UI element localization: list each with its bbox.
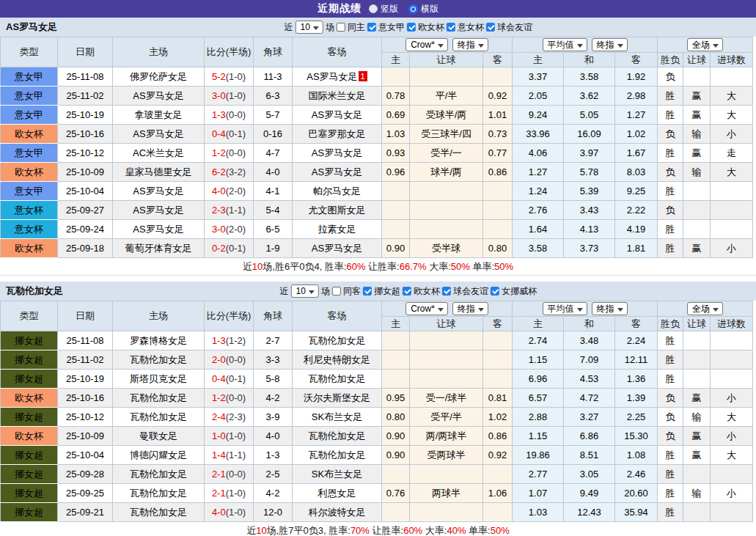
- europe-draw-odds-cell: 5.05: [564, 106, 615, 125]
- handicap-result-cell: [683, 503, 711, 522]
- match-count-select[interactable]: 10: [296, 21, 323, 34]
- asian-away-odds-cell: [483, 370, 513, 389]
- europe-select[interactable]: 平均值: [543, 38, 587, 51]
- result-cell: 负: [658, 389, 683, 408]
- europe-away-odds-cell: 1.92: [615, 67, 658, 87]
- match-date-cell: 25-10-09: [58, 427, 113, 446]
- league-4-checkbox-checked[interactable]: [486, 23, 495, 32]
- same-venue-checkbox[interactable]: [337, 23, 345, 32]
- league-2-checkbox-checked[interactable]: [403, 287, 411, 295]
- europe-index-select[interactable]: 终指: [592, 302, 628, 315]
- column-header: 客场: [293, 301, 382, 331]
- away-team-name: AS罗马女足: [307, 71, 357, 82]
- away-team-cell: 科尔波特女足: [293, 503, 382, 522]
- goals-result-cell: 小: [711, 484, 753, 503]
- score-cell: 1-4(1-1): [205, 446, 254, 465]
- match-row: 意女杯25-09-24AS罗马女足3-0(2-0)6-5拉素女足1.644.13…: [1, 220, 753, 239]
- away-team-name: 巴塞罗那女足: [309, 128, 366, 139]
- company-index-select[interactable]: 终指: [452, 302, 488, 315]
- league-1-checkbox-checked[interactable]: [363, 287, 372, 295]
- league-4-checkbox-checked[interactable]: [491, 287, 499, 295]
- scope-select[interactable]: 全场: [687, 38, 723, 51]
- match-type-cell: 挪女超: [1, 503, 58, 522]
- home-team-cell: AS罗马女足: [113, 87, 205, 106]
- company-select[interactable]: Crow*: [405, 302, 448, 315]
- result-cell: 胜: [658, 446, 683, 465]
- europe-home-odds-cell: 2.76: [513, 201, 564, 220]
- home-team-cell: 斯塔贝克女足: [113, 370, 205, 389]
- league-3-checkbox-checked[interactable]: [447, 23, 455, 32]
- asian-odds-group-header: Crow*终指: [382, 301, 513, 317]
- europe-select-group: 平均值终指: [513, 302, 657, 315]
- asian-away-odds-cell: 0.86: [483, 427, 513, 446]
- column-header: 类型: [1, 37, 58, 67]
- europe-index-select[interactable]: 终指: [592, 38, 628, 51]
- away-team-cell: AS罗马女足1: [293, 67, 382, 87]
- score-fulltime: 1-2: [212, 392, 226, 403]
- layout-radio-group: 竖版横版: [369, 3, 438, 15]
- layout-radio-horizontal[interactable]: 横版: [408, 3, 438, 15]
- match-date-cell: 25-10-19: [58, 370, 113, 389]
- asian-handicap-cell: 受半/一: [410, 144, 483, 163]
- corner-cell: 6-5: [254, 220, 293, 239]
- europe-home-odds-cell: 4.06: [513, 144, 564, 163]
- europe-away-odds-cell: 1.36: [615, 370, 658, 389]
- match-row: 挪女超25-09-21瓦勒伦加女足4-0(1-0)12-0科尔波特女足1.031…: [1, 503, 753, 522]
- away-team-cell: AS罗马女足: [293, 163, 382, 182]
- sub-column-header: 让球: [683, 317, 711, 331]
- europe-away-odds-cell: 2.22: [615, 201, 658, 220]
- score-halftime: (1-2): [226, 335, 246, 346]
- match-type-cell: 挪女超: [1, 446, 58, 465]
- score-cell: 3-0(1-0): [205, 87, 254, 106]
- handicap-result-cell: 输: [683, 408, 711, 427]
- goals-result-cell: 大: [711, 87, 753, 106]
- scope-select[interactable]: 全场: [687, 302, 723, 315]
- asian-home-odds-cell: [382, 331, 410, 350]
- company-select[interactable]: Crow*: [405, 38, 448, 51]
- europe-away-odds-cell: 8.03: [615, 163, 658, 182]
- asian-home-odds-cell: 0.96: [382, 163, 410, 182]
- score-fulltime: 6-2: [212, 166, 226, 177]
- same-venue-checkbox[interactable]: [332, 287, 341, 295]
- score-halftime: (2-3): [226, 411, 246, 422]
- away-team-cell: 利恩女足: [293, 484, 382, 503]
- league-1-checkbox-checked[interactable]: [367, 23, 376, 32]
- column-header: 比分(半场): [205, 301, 254, 331]
- match-date-cell: 25-10-12: [58, 144, 113, 163]
- layout-radio-vertical[interactable]: 竖版: [369, 3, 398, 15]
- corner-cell: 5-4: [254, 201, 293, 220]
- company-index-select[interactable]: 终指: [452, 38, 488, 51]
- result-cell: 胜: [658, 182, 683, 201]
- europe-draw-odds-cell: 3.05: [564, 465, 615, 484]
- handicap-result-cell: [683, 350, 711, 370]
- asian-away-odds-cell: [483, 503, 513, 522]
- handicap-result-cell: [683, 465, 711, 484]
- goals-result-cell: 小: [711, 239, 753, 258]
- scope-group-header: 全场: [658, 301, 753, 317]
- europe-away-odds-cell: 2.25: [615, 408, 658, 427]
- match-type-cell: 意女甲: [1, 144, 58, 163]
- match-row: 意女杯25-09-27AS罗马女足2-3(1-1)5-4尤文图斯女足2.763.…: [1, 201, 753, 220]
- away-team-name: SK布兰女足: [312, 469, 362, 480]
- score-halftime: (2-0): [226, 186, 246, 197]
- match-count-select[interactable]: 10: [291, 284, 319, 298]
- asian-handicap-cell: 球半/两: [410, 163, 483, 182]
- score-halftime: (0-1): [226, 373, 246, 384]
- chevron-down-icon: [617, 308, 623, 315]
- europe-select[interactable]: 平均值: [543, 302, 587, 315]
- league-2-checkbox-checked[interactable]: [407, 23, 416, 32]
- summary-text: 大率:: [427, 261, 451, 272]
- score-fulltime: 1-3: [212, 335, 226, 346]
- goals-result-cell: 大: [711, 446, 753, 465]
- home-team-cell: 皇家马德里女足: [113, 163, 205, 182]
- europe-home-odds-cell: 1.24: [513, 182, 564, 201]
- league-3-checkbox-checked[interactable]: [442, 287, 451, 295]
- asian-home-odds-cell: 0.76: [382, 484, 410, 503]
- europe-away-odds-cell: 1.02: [615, 125, 658, 144]
- match-row: 挪女超25-09-28瓦勒伦加女足2-1(0-0)2-5SK布兰女足2.773.…: [1, 465, 753, 484]
- summary-value: 60%: [346, 261, 365, 272]
- asian-handicap-cell: 受球半/两: [410, 106, 483, 125]
- asian-home-odds-cell: [382, 350, 410, 370]
- match-row: 挪女超25-11-02瓦勒伦加女足2-0(0-0)3-3利尼史特朗女足1.157…: [1, 350, 753, 370]
- match-row: 意女甲25-11-08佛罗伦萨女足5-2(1-0)11-3AS罗马女足13.37…: [1, 67, 753, 87]
